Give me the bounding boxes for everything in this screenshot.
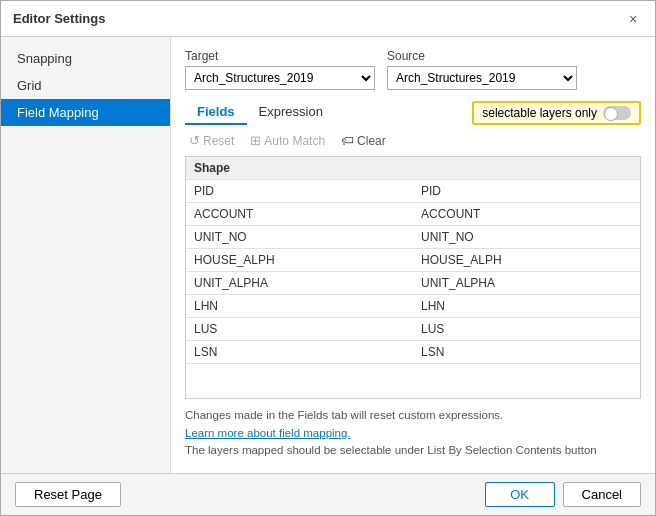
toolbar-row: ↺ Reset ⊞ Auto Match 🏷 Clear xyxy=(185,131,641,150)
target-cell: PID xyxy=(413,180,640,203)
table-row: LUS LUS xyxy=(186,318,640,341)
ok-button[interactable]: OK xyxy=(485,482,555,507)
reset-page-button[interactable]: Reset Page xyxy=(15,482,121,507)
tabs: Fields Expression xyxy=(185,100,335,125)
target-select[interactable]: Arch_Structures_2019 xyxy=(185,66,375,90)
tabs-toggle-row: Fields Expression selectable layers only xyxy=(185,100,641,125)
clear-label: Clear xyxy=(357,134,386,148)
table-row: UNIT_NO UNIT_NO xyxy=(186,226,640,249)
source-label: Source xyxy=(387,49,577,63)
sidebar-item-grid[interactable]: Grid xyxy=(1,72,170,99)
target-cell: UNIT_ALPHA xyxy=(413,272,640,295)
table-row: LHN LHN xyxy=(186,295,640,318)
source-cell: LHN xyxy=(186,295,413,318)
sidebar: Snapping Grid Field Mapping xyxy=(1,37,171,473)
source-cell: ACCOUNT xyxy=(186,203,413,226)
table-row: HOUSE_ALPH HOUSE_ALPH xyxy=(186,249,640,272)
reset-label: Reset xyxy=(203,134,234,148)
tab-expression[interactable]: Expression xyxy=(247,100,335,125)
table-header-row: Shape xyxy=(186,157,640,180)
source-cell: LSN xyxy=(186,341,413,364)
dialog-footer: Reset Page OK Cancel xyxy=(1,473,655,515)
table-row: ACCOUNT ACCOUNT xyxy=(186,203,640,226)
editor-settings-dialog: Editor Settings × Snapping Grid Field Ma… xyxy=(0,0,656,516)
source-cell: HOUSE_ALPH xyxy=(186,249,413,272)
footer-line2: Learn more about field mapping. xyxy=(185,425,641,442)
dropdowns-row: Target Arch_Structures_2019 Source Arch_… xyxy=(185,49,641,90)
auto-match-icon: ⊞ xyxy=(250,133,261,148)
target-cell: LSN xyxy=(413,341,640,364)
field-table: Shape PID PID ACCOUNT ACCOUNT UNIT_NO UN… xyxy=(186,157,640,364)
table-row: LSN LSN xyxy=(186,341,640,364)
reset-icon: ↺ xyxy=(189,133,200,148)
selectable-layers-toggle[interactable] xyxy=(603,106,631,120)
auto-match-button[interactable]: ⊞ Auto Match xyxy=(246,131,329,150)
dialog-body: Snapping Grid Field Mapping Target Arch_… xyxy=(1,37,655,473)
ok-cancel-group: OK Cancel xyxy=(485,482,641,507)
source-cell: LUS xyxy=(186,318,413,341)
target-label: Target xyxy=(185,49,375,63)
field-table-container[interactable]: Shape PID PID ACCOUNT ACCOUNT UNIT_NO UN… xyxy=(185,156,641,399)
cancel-button[interactable]: Cancel xyxy=(563,482,641,507)
main-panel: Target Arch_Structures_2019 Source Arch_… xyxy=(171,37,655,473)
auto-match-label: Auto Match xyxy=(264,134,325,148)
target-cell: LUS xyxy=(413,318,640,341)
sidebar-label-grid: Grid xyxy=(17,78,42,93)
sidebar-item-field-mapping[interactable]: Field Mapping xyxy=(1,99,170,126)
clear-icon: 🏷 xyxy=(341,133,354,148)
source-cell: PID xyxy=(186,180,413,203)
table-row: PID PID xyxy=(186,180,640,203)
clear-button[interactable]: 🏷 Clear xyxy=(337,131,390,150)
selectable-layers-label: selectable layers only xyxy=(482,106,597,120)
target-cell: UNIT_NO xyxy=(413,226,640,249)
source-select[interactable]: Arch_Structures_2019 xyxy=(387,66,577,90)
footer-line1: Changes made in the Fields tab will rese… xyxy=(185,407,641,424)
selectable-layers-badge: selectable layers only xyxy=(472,101,641,125)
source-cell: UNIT_NO xyxy=(186,226,413,249)
reset-button[interactable]: ↺ Reset xyxy=(185,131,238,150)
footer-text: Changes made in the Fields tab will rese… xyxy=(185,407,641,459)
sidebar-label-snapping: Snapping xyxy=(17,51,72,66)
sidebar-item-snapping[interactable]: Snapping xyxy=(1,45,170,72)
target-cell: ACCOUNT xyxy=(413,203,640,226)
table-row: UNIT_ALPHA UNIT_ALPHA xyxy=(186,272,640,295)
target-cell: HOUSE_ALPH xyxy=(413,249,640,272)
tab-fields[interactable]: Fields xyxy=(185,100,247,125)
footer-link[interactable]: Learn more about field mapping. xyxy=(185,427,351,439)
source-group: Source Arch_Structures_2019 xyxy=(387,49,577,90)
source-cell: UNIT_ALPHA xyxy=(186,272,413,295)
title-bar: Editor Settings × xyxy=(1,1,655,37)
sidebar-label-field-mapping: Field Mapping xyxy=(17,105,99,120)
shape-header: Shape xyxy=(186,157,640,180)
target-cell: LHN xyxy=(413,295,640,318)
close-button[interactable]: × xyxy=(623,9,643,29)
dialog-title: Editor Settings xyxy=(13,11,105,26)
footer-line3: The layers mapped should be selectable u… xyxy=(185,442,641,459)
target-group: Target Arch_Structures_2019 xyxy=(185,49,375,90)
